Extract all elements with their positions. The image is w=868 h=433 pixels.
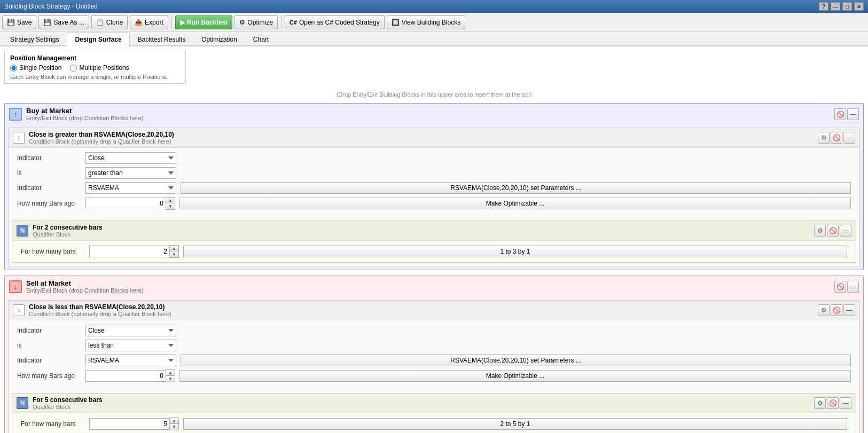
buy-qualifier-bars-input[interactable] [89, 246, 169, 257]
sell-is-row: is less than greater than equals [17, 340, 851, 351]
sell-qualifier-row: For how many bars ▲ ▼ 2 to 5 by 1 [21, 418, 847, 430]
buy-bars-spin-btns: ▲ ▼ [166, 197, 175, 210]
sell-block-controls: 🚫 — [834, 281, 859, 293]
buy-indicator-select[interactable]: Close [85, 152, 176, 164]
sell-qualifier-settings-btn[interactable]: ⚙ [814, 397, 826, 409]
buy-bars-spin-up[interactable]: ▲ [166, 198, 175, 203]
single-position-radio[interactable]: Single Position [10, 64, 61, 72]
sell-qualifier-range-btn[interactable]: 2 to 5 by 1 [183, 418, 847, 430]
buy-block-disable-btn[interactable]: 🚫 [834, 108, 846, 120]
sell-indicator2-select[interactable]: RSVAEMA [85, 355, 176, 366]
save-as-icon: 💾 [43, 19, 51, 26]
sell-bars-spin-btns: ▲ ▼ [166, 369, 175, 382]
buy-qualifier-disable-btn[interactable]: 🚫 [827, 225, 839, 237]
buy-qualifier-settings-btn[interactable]: ⚙ [814, 225, 826, 237]
tab-optimization[interactable]: Optimization [193, 32, 245, 46]
close-button[interactable]: ✕ [854, 2, 864, 11]
separator-1 [171, 16, 172, 29]
sell-qualifier-spin: ▲ ▼ [89, 418, 179, 430]
maximize-button[interactable]: □ [842, 2, 852, 11]
position-management: Position Management Single Position Mult… [4, 51, 186, 84]
sell-indicator-row: Indicator Close [17, 325, 851, 336]
buy-bars-spin: ▲ ▼ [85, 197, 175, 210]
buy-bars-input[interactable] [85, 198, 166, 209]
sell-qualifier-subtitle: Qualifier Block [33, 404, 103, 410]
open-cs-button[interactable]: C# Open as C# Coded Strategy [285, 15, 385, 29]
buy-indicator2-row: Indicator RSVAEMA RSVAEMA(Close,20,20,10… [17, 182, 851, 194]
tab-backtest-results[interactable]: Backtest Results [130, 32, 193, 46]
sell-indicator2-label: Indicator [17, 357, 81, 364]
position-management-title: Position Management [10, 54, 180, 62]
buy-block: ↑ Buy at Market Entry/Exit Block (drop C… [4, 103, 864, 270]
sell-is-select[interactable]: less than greater than equals [85, 340, 176, 351]
buy-condition-remove-btn[interactable]: — [843, 132, 855, 144]
buy-block-title: Buy at Market [26, 107, 143, 115]
tab-strategy-settings[interactable]: Strategy Settings [2, 32, 67, 46]
buy-bars-label: How many Bars ago [17, 200, 81, 207]
export-icon: 📤 [135, 19, 143, 26]
sell-bars-spin: ▲ ▼ [85, 369, 175, 382]
buy-qualifier-spin-up[interactable]: ▲ [170, 246, 178, 251]
sell-qualifier-body: For how many bars ▲ ▼ 2 to 5 by 1 [12, 413, 856, 433]
buy-is-select[interactable]: greater than less than equals [85, 167, 176, 179]
multiple-positions-radio[interactable]: Multiple Positions [70, 64, 129, 72]
buy-condition-disable-btn[interactable]: 🚫 [831, 132, 842, 144]
optimize-icon: ⚙ [239, 19, 245, 26]
single-position-input[interactable] [10, 65, 17, 72]
save-as-button[interactable]: 💾 Save As ... [38, 15, 89, 29]
minimize-button[interactable]: — [831, 2, 840, 11]
sell-condition-disable-btn[interactable]: 🚫 [831, 304, 842, 316]
optimize-button[interactable]: ⚙ Optimize [234, 15, 277, 29]
sell-qualifier-icon: N [17, 397, 28, 409]
buy-params-btn[interactable]: RSVAEMA(Close,20,20,10) set Parameters .… [181, 182, 851, 194]
clone-icon: 📋 [96, 19, 104, 26]
tab-design-surface[interactable]: Design Surface [67, 32, 129, 46]
sell-params-btn[interactable]: RSVAEMA(Close,20,20,10) set Parameters .… [181, 355, 851, 366]
sell-indicator-select[interactable]: Close [85, 325, 176, 336]
sell-qualifier-controls: ⚙ 🚫 — [814, 397, 851, 409]
run-icon: ▶ [180, 19, 185, 26]
buy-condition-icon: ↕ [13, 132, 25, 144]
sell-block-header: ↓ Sell at Market Entry/Exit Block (drop … [5, 276, 863, 297]
buy-qualifier-spin-btns: ▲ ▼ [169, 245, 179, 258]
sell-optimizable-btn[interactable]: Make Optimizable ... [179, 370, 851, 382]
sell-bars-input[interactable] [85, 370, 166, 382]
sell-condition-remove-btn[interactable]: — [843, 304, 855, 316]
clone-button[interactable]: 📋 Clone [91, 15, 128, 29]
buy-qualifier-spin: ▲ ▼ [89, 245, 179, 258]
sell-indicator2-row: Indicator RSVAEMA RSVAEMA(Close,20,20,10… [17, 355, 851, 366]
sell-qualifier-disable-btn[interactable]: 🚫 [827, 397, 839, 409]
buy-qualifier-body: For how many bars ▲ ▼ 1 to 3 by 1 [12, 241, 856, 262]
buy-indicator2-select[interactable]: RSVAEMA [85, 182, 176, 194]
multiple-positions-input[interactable] [70, 65, 77, 72]
buy-block-controls: 🚫 — [834, 108, 859, 120]
sell-qualifier-spin-down[interactable]: ▼ [170, 424, 178, 430]
buy-bars-spin-down[interactable]: ▼ [166, 203, 175, 209]
buy-qualifier-spin-down[interactable]: ▼ [170, 251, 178, 257]
buy-block-remove-btn[interactable]: — [847, 108, 859, 120]
tab-chart[interactable]: Chart [245, 32, 277, 46]
sell-qualifier-bars-label: For how many bars [21, 420, 85, 428]
buy-condition-settings-btn[interactable]: ⚙ [818, 132, 830, 144]
help-button[interactable]: ? [819, 2, 828, 11]
sell-qualifier-bars-input[interactable] [89, 418, 169, 430]
view-building-blocks-button[interactable]: 🔲 View Building Blocks [387, 15, 466, 29]
sell-qualifier-spin-up[interactable]: ▲ [170, 418, 178, 424]
buy-optimizable-btn[interactable]: Make Optimizable ... [179, 198, 851, 209]
sell-qualifier-remove-btn[interactable]: — [840, 397, 851, 409]
save-button[interactable]: 💾 Save [2, 15, 36, 29]
sell-condition-title: Close is less than RSVAEMA(Close,20,20,1… [29, 303, 171, 311]
run-backtest-button[interactable]: ▶ Run Backtest [175, 15, 233, 29]
title-bar-controls: ? — □ ✕ [819, 2, 864, 11]
sell-block-disable-btn[interactable]: 🚫 [834, 281, 846, 293]
buy-qualifier-remove-btn[interactable]: — [840, 225, 851, 237]
sell-bars-spin-up[interactable]: ▲ [166, 370, 175, 376]
buy-qualifier-icon: N [17, 225, 28, 237]
sell-block-remove-btn[interactable]: — [847, 281, 859, 293]
sell-arrow-icon: ↓ [9, 280, 22, 293]
export-button[interactable]: 📤 Export [130, 15, 168, 29]
sell-condition-settings-btn[interactable]: ⚙ [818, 304, 830, 316]
sell-condition-block: ↕ Close is less than RSVAEMA(Close,20,20… [8, 300, 860, 433]
buy-qualifier-range-btn[interactable]: 1 to 3 by 1 [183, 246, 847, 257]
sell-bars-spin-down[interactable]: ▼ [166, 376, 175, 382]
